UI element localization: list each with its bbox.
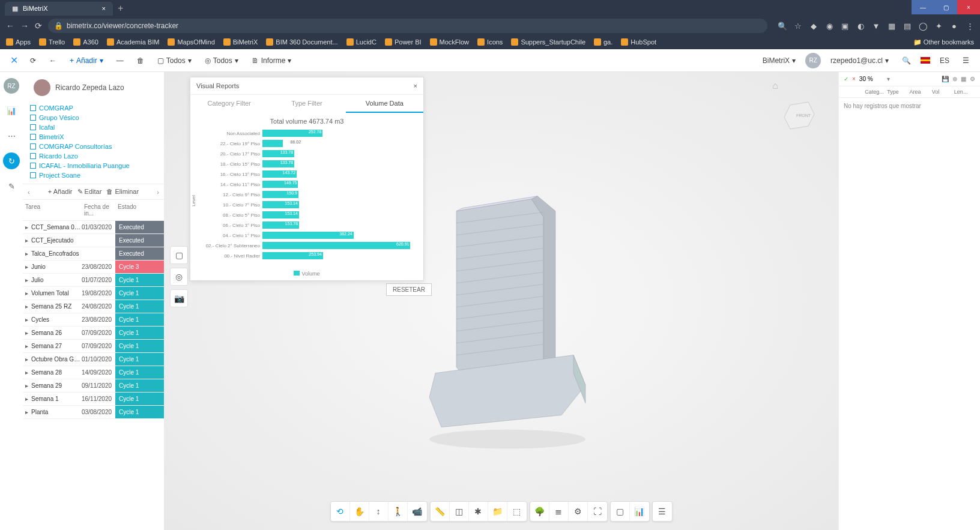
- workspace-dropdown[interactable]: BiMetriX ▾: [759, 54, 799, 67]
- bookmark-item[interactable]: Power BI: [385, 38, 422, 46]
- lang-label[interactable]: ES: [936, 54, 953, 67]
- new-tab-button[interactable]: +: [118, 3, 123, 14]
- bookmark-item[interactable]: A360: [73, 38, 98, 46]
- task-row[interactable]: ▸Cycles23/08/2020Cycle 1: [23, 313, 164, 327]
- reload-button[interactable]: ⟳: [26, 54, 40, 67]
- window-minimize-button[interactable]: —: [912, 0, 934, 14]
- chart-bar-row[interactable]: 00.- Nivel Radier253.94: [196, 251, 417, 260]
- vp-tool-camera[interactable]: 📷: [170, 289, 188, 307]
- tree-item[interactable]: ICAFAL - Inmobiliaria Puangue: [28, 161, 159, 170]
- ext-icon-5[interactable]: ▼: [872, 22, 880, 30]
- browser-back-button[interactable]: ←: [6, 21, 14, 31]
- profile-icon[interactable]: ●: [950, 22, 958, 30]
- user-avatar[interactable]: RZ: [805, 53, 821, 68]
- tree-item[interactable]: Ricardo Lazo: [28, 151, 159, 161]
- chart-bar-row[interactable]: 16.- Cielo 13° Piso143.72: [196, 169, 417, 179]
- chart-bar-row[interactable]: 06.- Cielo 3° Piso153.78: [196, 220, 417, 230]
- task-nav-next[interactable]: ›: [154, 188, 162, 196]
- add-button[interactable]: + Añadir ▾: [66, 54, 107, 67]
- tool-layers[interactable]: ≣: [549, 502, 569, 521]
- 3d-viewport[interactable]: ⌂ FRONT: [164, 72, 838, 530]
- tab-type-filter[interactable]: Type Filter: [268, 95, 345, 113]
- rail-dots-icon[interactable]: ⋯: [3, 127, 20, 144]
- bookmark-item[interactable]: MapsOfMind: [168, 38, 214, 46]
- rail-sync-icon[interactable]: ↻: [3, 152, 20, 169]
- chart-bar-row[interactable]: 12.- Cielo 9° Piso150.9: [196, 190, 417, 199]
- ext-icon-8[interactable]: ◯: [919, 22, 927, 30]
- rp-gear-icon[interactable]: ⚙: [970, 76, 975, 82]
- window-close-button[interactable]: ×: [957, 0, 980, 14]
- tool-settings[interactable]: ⚙: [569, 502, 588, 521]
- zoom-icon[interactable]: 🔍: [778, 22, 787, 30]
- close-tab-icon[interactable]: ×: [102, 5, 106, 12]
- task-row[interactable]: ▸Talca_EncofradosExecuted: [23, 247, 164, 260]
- rail-edit-icon[interactable]: ✎: [3, 178, 20, 194]
- extensions-icon[interactable]: ✦: [934, 22, 943, 30]
- ext-icon-6[interactable]: ▦: [888, 22, 896, 30]
- chart-bar-row[interactable]: 02.- Cielo 2° Subterraneo620.91: [196, 241, 417, 250]
- minus-button[interactable]: —: [113, 54, 127, 67]
- task-row[interactable]: ▸Octubre Obra Grue...01/10/2020Cycle 1: [23, 353, 164, 366]
- tool-zoom[interactable]: ↕: [369, 502, 389, 521]
- task-edit-button[interactable]: ✎ Editar: [77, 188, 102, 196]
- chart-bar-row[interactable]: 10.- Cielo 7° Piso153.14: [196, 200, 417, 209]
- tree-item[interactable]: Icafal: [28, 122, 159, 132]
- chart-bar-row[interactable]: Non Associated252.78: [196, 128, 417, 138]
- task-row[interactable]: ▸Volumen Total19/08/2020Cycle 1: [23, 287, 164, 300]
- bookmark-item[interactable]: HubSpot: [621, 38, 656, 46]
- rp-close-icon[interactable]: ×: [852, 76, 856, 82]
- tool-menu[interactable]: ☰: [653, 502, 672, 521]
- task-row[interactable]: ▸Semana 25 RZ24/08/2020Cycle 1: [23, 300, 164, 313]
- tool-tree[interactable]: 🌳: [530, 502, 549, 521]
- tool-pan[interactable]: ✋: [350, 502, 369, 521]
- browser-reload-button[interactable]: ⟳: [35, 21, 42, 31]
- tool-chart[interactable]: 📊: [630, 502, 649, 521]
- ext-icon-1[interactable]: ◆: [809, 22, 818, 30]
- task-row[interactable]: ▸Julio01/07/2020Cycle 1: [23, 274, 164, 287]
- rail-user-avatar[interactable]: RZ: [4, 78, 19, 94]
- rp-save-icon[interactable]: 💾: [942, 76, 949, 82]
- tool-camera[interactable]: 📹: [408, 502, 427, 521]
- task-row[interactable]: ▸Junio23/08/2020Cycle 3: [23, 260, 164, 274]
- task-row[interactable]: ▸Semana 2814/09/2020Cycle 1: [23, 366, 164, 379]
- browser-tab[interactable]: ▦ BiMetriX ×: [5, 2, 113, 16]
- star-icon[interactable]: ☆: [794, 22, 802, 30]
- rp-target-icon[interactable]: ⊕: [952, 76, 957, 82]
- bookmark-item[interactable]: Icons: [477, 38, 503, 46]
- ext-icon-2[interactable]: ◉: [825, 22, 833, 30]
- chart-bar-row[interactable]: 14.- Cielo 11° Piso149.75: [196, 179, 417, 189]
- window-maximize-button[interactable]: ▢: [934, 0, 957, 14]
- bookmark-item[interactable]: Academia BIM: [107, 38, 160, 46]
- tool-orbit[interactable]: ⟲: [331, 502, 350, 521]
- tab-category-filter[interactable]: Category Filter: [190, 95, 268, 113]
- address-bar[interactable]: 🔒 bimetrix.co/viewer/concrete-tracker: [48, 19, 767, 33]
- bookmark-item[interactable]: Apps: [6, 38, 31, 46]
- rp-grid-icon[interactable]: ▦: [961, 76, 966, 82]
- informe-dropdown[interactable]: 🗎 Informe ▾: [248, 54, 295, 67]
- task-row[interactable]: ▸Planta03/08/2020Cycle 1: [23, 406, 164, 419]
- building-model[interactable]: [405, 163, 597, 451]
- tool-windows[interactable]: ▢: [611, 502, 630, 521]
- bookmark-item[interactable]: Suppers_StartupChile: [511, 38, 585, 46]
- rp-check-icon[interactable]: ✓: [844, 76, 848, 82]
- chart-bar-row[interactable]: 20.- Cielo 17° Piso133.78: [196, 149, 417, 158]
- task-row[interactable]: ▸CCT_Semana 02-0601/03/2020Executed: [23, 221, 164, 234]
- task-row[interactable]: ▸Semana 2909/11/2020Cycle 1: [23, 379, 164, 393]
- task-row[interactable]: ▸CCT_EjecutadoExecuted: [23, 234, 164, 247]
- search-button[interactable]: 🔍: [898, 54, 915, 67]
- tool-cube[interactable]: ⬚: [507, 502, 527, 521]
- ext-icon-7[interactable]: ▤: [903, 22, 912, 30]
- bookmark-item[interactable]: BIM 360 Document...: [266, 38, 337, 46]
- chart-bar-row[interactable]: 22.- Cielo 19° Piso86.02: [196, 139, 417, 148]
- todos-2-dropdown[interactable]: ◎ Todos ▾: [201, 54, 242, 67]
- bookmark-item[interactable]: BiMetriX: [223, 38, 258, 46]
- ext-icon-4[interactable]: ◐: [856, 22, 865, 30]
- chart-bar-row[interactable]: 08.- Cielo 5° Piso153.14: [196, 210, 417, 220]
- tool-walk[interactable]: 🚶: [389, 502, 408, 521]
- task-row[interactable]: ▸Semana 2607/09/2020Cycle 1: [23, 327, 164, 340]
- tool-explode[interactable]: ✱: [469, 502, 488, 521]
- tool-section[interactable]: ◫: [450, 502, 469, 521]
- task-row[interactable]: ▸Semana 2707/09/2020Cycle 1: [23, 340, 164, 353]
- task-delete-button[interactable]: 🗑 Eliminar: [106, 188, 139, 196]
- vp-tool-orbit[interactable]: ◎: [170, 268, 188, 286]
